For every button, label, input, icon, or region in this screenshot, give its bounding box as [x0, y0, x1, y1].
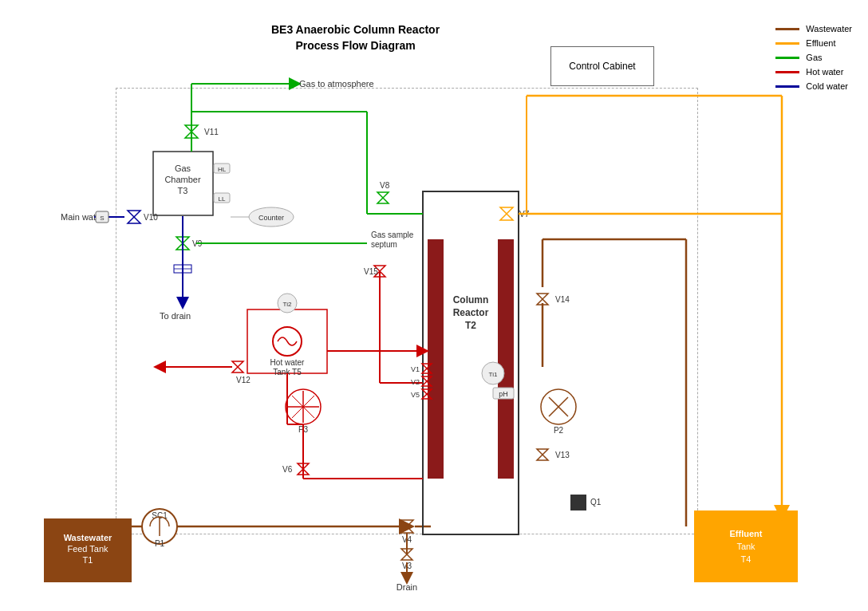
s-label: S: [100, 215, 104, 222]
t2-label2: Reactor: [453, 307, 489, 318]
v8-valve: V8: [377, 181, 390, 203]
t2-panel-left: [428, 239, 444, 479]
t4-label1: Effluent: [730, 529, 763, 538]
t5-coil: [278, 337, 297, 345]
counter-label: Counter: [258, 214, 284, 222]
t2-panel-right: [498, 239, 514, 479]
v15-valve: V15: [364, 266, 385, 277]
svg-marker-34: [232, 367, 243, 373]
t2-label3: T2: [465, 320, 476, 331]
svg-text:V14: V14: [555, 295, 570, 304]
svg-text:V1: V1: [411, 365, 420, 373]
t3-label1: Gas: [175, 164, 191, 173]
diagram-container: BE3 Anaerobic Column Reactor Process Flo…: [0, 0, 868, 611]
v11-valve: V11: [185, 125, 219, 138]
svg-marker-40: [128, 217, 140, 223]
t1-label2: Feed Tank: [67, 544, 108, 554]
t5-label1: Hot water: [270, 358, 305, 367]
svg-text:V8: V8: [380, 181, 390, 190]
svg-text:V6: V6: [282, 465, 293, 474]
svg-text:V15: V15: [364, 267, 378, 276]
v14-valve: V14: [537, 294, 570, 305]
svg-marker-10: [537, 455, 548, 460]
v13-valve: V13: [537, 449, 570, 460]
q1-meter: [570, 495, 586, 510]
ti2-label: Ti2: [283, 301, 292, 308]
gas-atm-label: Gas to atmosphere: [299, 79, 374, 89]
t3-label3: T3: [178, 186, 188, 195]
svg-text:V2: V2: [411, 378, 420, 386]
gas-sample-label1: Gas sample: [371, 231, 414, 239]
ll-label: LL: [219, 195, 226, 203]
drain-label: Drain: [397, 582, 417, 592]
gas-sample-label2: septum: [371, 240, 397, 249]
svg-marker-13: [500, 214, 513, 220]
to-drain-label: To drain: [160, 311, 191, 321]
svg-marker-19: [377, 198, 389, 203]
ph-label: pH: [499, 390, 508, 398]
t1-label3: T1: [83, 555, 93, 565]
t1-label: Wastewater: [64, 533, 112, 542]
v10-valve: V10: [128, 211, 158, 223]
q1-label: Q1: [590, 498, 602, 507]
ti1-label: Ti1: [489, 371, 498, 378]
svg-marker-12: [500, 207, 513, 214]
v6-valve: V6: [282, 463, 309, 475]
svg-marker-39: [128, 211, 140, 217]
t4-label3: T4: [741, 554, 752, 564]
p2-label: P2: [554, 426, 564, 435]
svg-text:V11: V11: [204, 128, 219, 136]
svg-text:V5: V5: [411, 391, 420, 399]
p1-label: P1: [155, 539, 165, 548]
t3-label2: Chamber: [164, 175, 201, 184]
svg-text:V13: V13: [555, 451, 570, 459]
hl-label: HL: [218, 166, 227, 173]
svg-marker-4: [401, 554, 412, 560]
svg-text:V12: V12: [236, 376, 251, 384]
t2-label1: Column: [453, 294, 489, 306]
t4-label2: Tank: [736, 542, 756, 551]
svg-text:V10: V10: [144, 213, 158, 222]
process-flow-svg: Wastewater Feed Tank T1 SC1 P1 V4 V3 Dra: [0, 0, 868, 611]
